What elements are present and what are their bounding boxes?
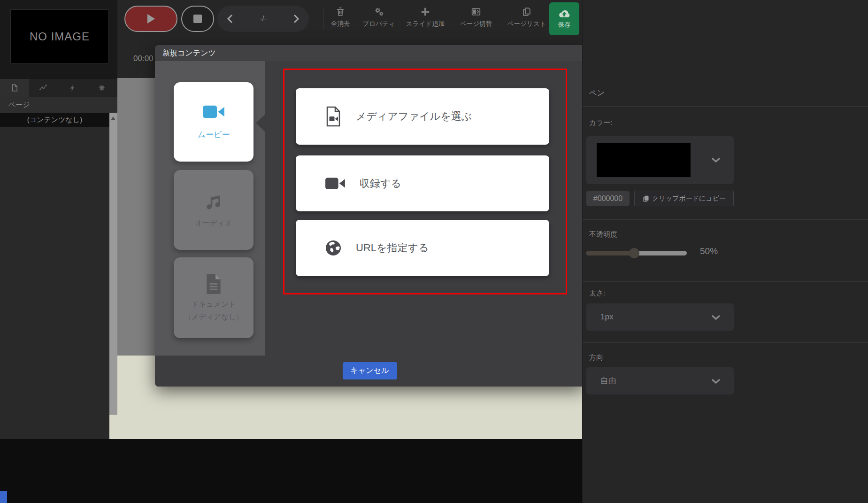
chevron-down-icon	[711, 157, 721, 163]
video-camera-icon	[202, 104, 225, 120]
save-label: 保存	[558, 21, 571, 29]
media-type-movie[interactable]: ムービー	[174, 82, 253, 162]
media-type-audio-label: オーディオ	[195, 218, 232, 228]
color-swatch	[597, 143, 691, 177]
page-list-scrollbar[interactable]	[109, 113, 117, 415]
camera-preview-panel: NO IMAGE	[0, 0, 117, 79]
stroke-width-label: 太さ:	[589, 289, 606, 298]
opacity-value: 50%	[700, 246, 718, 256]
globe-icon	[325, 240, 342, 256]
properties-label: プロパティ	[362, 20, 395, 28]
document-icon	[205, 273, 223, 295]
opacity-label: 不透明度	[589, 230, 617, 239]
opacity-slider-fill	[586, 251, 634, 255]
trash-icon	[335, 7, 346, 17]
separator	[583, 342, 868, 343]
empty-content-row: (コンテンツなし)	[0, 113, 109, 127]
clear-all-label: 全消去	[331, 20, 350, 28]
tab-effects[interactable]	[87, 79, 116, 97]
sidebar-tabs	[0, 79, 117, 97]
play-icon	[146, 13, 156, 24]
page-switch-label: ページ切替	[460, 20, 492, 28]
direction-label: 方向	[589, 353, 603, 362]
burst-icon	[98, 84, 106, 92]
add-slide-button[interactable]: スライド追加	[402, 7, 449, 28]
separator	[583, 281, 868, 282]
copy-to-clipboard-label: クリップボードにコピー	[652, 194, 726, 203]
chevron-left-icon[interactable]	[227, 14, 233, 23]
sidebar-body	[0, 127, 109, 439]
page-counter: -/-	[260, 15, 267, 23]
dialog-title: 新規コンテンツ	[155, 45, 584, 61]
record-button[interactable]: 収録する	[296, 155, 549, 211]
pages-icon	[522, 7, 532, 17]
cloud-upload-icon	[558, 9, 571, 19]
page-icon	[10, 84, 19, 92]
direction-dropdown[interactable]: 自由	[586, 367, 734, 395]
copy-to-clipboard-button[interactable]: クリップボードにコピー	[634, 191, 734, 206]
media-type-document-sublabel: （メディアなし）	[184, 312, 243, 322]
record-label: 収録する	[360, 177, 401, 191]
page-list-label: ページリスト	[507, 20, 546, 28]
media-type-document[interactable]: ドキュメント （メディアなし）	[174, 257, 253, 338]
save-button[interactable]: 保存	[549, 2, 579, 35]
chevron-down-icon	[711, 379, 721, 384]
music-note-icon	[204, 192, 223, 211]
add-slide-label: スライド追加	[406, 20, 445, 28]
choose-media-file-label: メディアファイルを選ぶ	[356, 109, 472, 124]
chevron-right-icon[interactable]	[293, 14, 300, 23]
choose-media-file-button[interactable]: メディアファイルを選ぶ	[296, 88, 549, 145]
play-button[interactable]	[124, 6, 177, 32]
page-navigation: -/-	[217, 6, 309, 32]
separator	[583, 106, 868, 107]
page-switch-icon	[471, 7, 481, 17]
opacity-slider-thumb[interactable]	[629, 248, 639, 258]
chevron-down-icon	[711, 315, 721, 320]
cancel-button[interactable]: キャンセル	[343, 362, 397, 379]
elapsed-time: 00:00	[133, 54, 154, 63]
dialog-footer: キャンセル	[155, 356, 584, 387]
tab-quick-action[interactable]	[58, 79, 87, 97]
clear-all-button[interactable]: 全消去	[319, 7, 361, 28]
media-type-audio[interactable]: オーディオ	[174, 170, 253, 250]
specify-url-button[interactable]: URLを指定する	[296, 220, 549, 276]
media-type-movie-label: ムービー	[198, 129, 230, 140]
stroke-width-dropdown[interactable]: 1px	[586, 303, 734, 331]
separator	[583, 219, 868, 220]
bottom-left-blue-chip	[0, 491, 7, 503]
new-content-dialog: 新規コンテンツ ムービー オーディオ ドキュメント （メディアなし） メディアフ…	[155, 45, 584, 387]
lightning-icon	[69, 84, 77, 92]
gears-icon	[374, 7, 384, 17]
bottom-bar	[0, 439, 582, 503]
media-type-document-label: ドキュメント	[191, 300, 236, 310]
record-camera-icon	[325, 176, 346, 191]
tab-chart[interactable]	[29, 79, 58, 97]
page-switch-button[interactable]: ページ切替	[452, 7, 500, 28]
panel-title: ペン	[589, 88, 605, 98]
clipboard-copy-icon	[642, 195, 650, 202]
direction-value: 自由	[600, 376, 616, 385]
stop-icon	[193, 15, 202, 23]
scroll-up-arrow-icon[interactable]	[111, 116, 115, 120]
page-list-button[interactable]: ページリスト	[502, 7, 551, 28]
selected-type-pointer	[256, 114, 265, 132]
color-label: カラー:	[589, 118, 613, 127]
properties-button[interactable]: プロパティ	[358, 7, 400, 28]
opacity-slider[interactable]	[586, 251, 687, 255]
color-hex-value: #000000	[586, 191, 630, 206]
pen-settings-panel: ペン カラー: #000000 クリップボードにコピー 不透明度 50% 太さ:…	[582, 0, 868, 503]
stop-button[interactable]	[181, 6, 214, 32]
no-image-placeholder: NO IMAGE	[10, 9, 109, 63]
color-dropdown[interactable]	[586, 136, 734, 184]
specify-url-label: URLを指定する	[356, 241, 429, 255]
tab-pages[interactable]	[0, 79, 29, 97]
media-file-icon	[325, 106, 342, 127]
whiteboard-app: NO IMAGE -/- 00:00 全消去 プロパティ スライド追加 ページ切…	[0, 0, 868, 503]
sidebar-section-title: ページ	[0, 97, 117, 113]
polyline-chart-icon	[39, 83, 48, 93]
stroke-width-value: 1px	[600, 312, 613, 321]
plus-icon	[420, 7, 430, 17]
